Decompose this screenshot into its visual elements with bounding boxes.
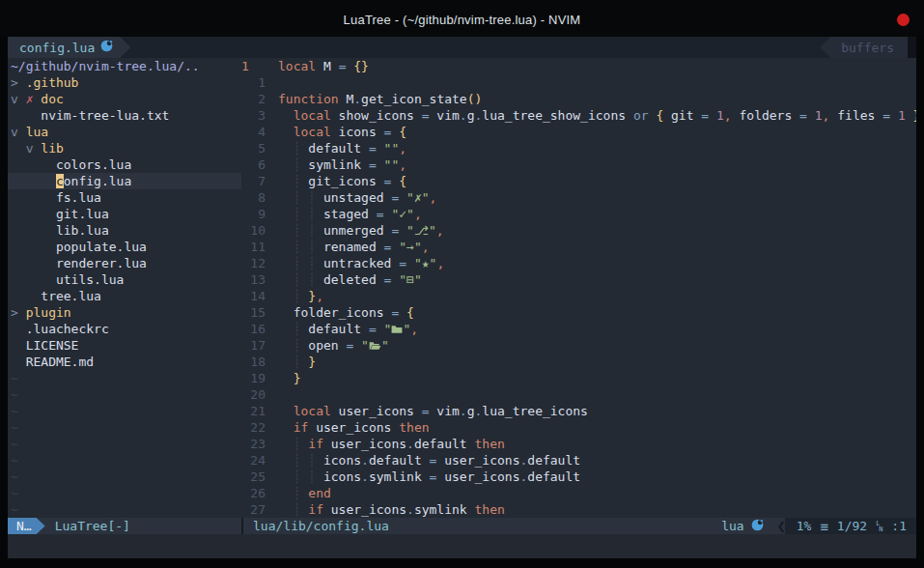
line-number: 17 [241,337,266,354]
tree-item-label: lua [26,125,48,139]
code-line[interactable]: 15 folder_icons = { [241,304,916,321]
command-line[interactable] [8,534,916,558]
code-line[interactable]: 18 ┊ } [241,354,916,370]
tree-item-utils-lua[interactable]: utils.lua [8,271,241,288]
code-line[interactable]: 1 [241,74,916,91]
buffers-tab[interactable]: buffers [820,37,908,58]
tree-item-plugin[interactable]: > plugin [8,304,241,321]
code-line[interactable]: 19 } [241,370,916,386]
tree-item-license[interactable]: LICENSE [8,337,241,354]
tree-item-github-nvim-tree-lua[interactable]: ~/github/nvim-tree.lua/.. [8,58,241,74]
window-titlebar: LuaTree - (~/github/nvim-tree.lua) - NVI… [0,0,924,37]
code-line[interactable]: 4 local icons = { [241,124,916,140]
code-line[interactable]: 8 ┊ ┊ unstaged = "✗", [241,189,916,206]
code-line[interactable]: 5 ┊ default = "", [241,140,916,156]
line-number: 9 [241,206,266,222]
empty-line-tilde: ~ [11,469,241,485]
code-line-text: ┊ default = "", [278,321,916,337]
tree-item-label: .github [26,75,79,90]
code-line[interactable]: 13 ┊ ┊ deleted = "⊟" [241,271,916,288]
line-number: 3 [241,107,266,124]
lua-moon-icon [751,519,764,534]
code-line[interactable]: 24 ┊ ┊ icons.default = user_icons.defaul… [241,452,916,469]
code-line[interactable]: 14 ┊ }, [241,288,916,304]
scroll-percent: 1% [797,519,812,533]
code-line[interactable]: 6 ┊ symlink = "", [241,156,916,173]
tree-item-nvim-tree-lua-txt[interactable]: nvim-tree-lua.txt [8,107,241,124]
line-number: 21 [241,403,266,419]
line-number: 5 [241,140,266,156]
line-number: 15 [241,304,266,321]
code-line[interactable]: 17 ┊ open = "" [241,337,916,354]
tree-item-fs-lua[interactable]: fs.lua [8,189,241,206]
buffers-label: buffers [841,41,894,55]
statusline-tree-segment: N… LuaTree[-] [8,518,241,534]
chevron-right-icon: > [11,75,18,90]
line-number: 10 [241,222,266,239]
code-line-text: ┊ end [278,485,916,501]
code-line-text: ┊ ┊ untracked = "★", [278,255,916,271]
code-line[interactable]: 26 ┊ end [241,485,916,501]
code-line[interactable]: 22 if user_icons then [241,419,916,436]
tree-item-label: renderer.lua [56,256,147,270]
tree-item-config-lua[interactable]: config.lua [8,173,241,189]
tree-item-lib-lua[interactable]: lib.lua [8,222,241,239]
lua-moon-icon [100,40,113,55]
tree-item-luacheckrc[interactable]: .luacheckrc [8,321,241,337]
code-line[interactable]: 25 ┊ ┊ icons.symlink = user_icons.defaul… [241,469,916,485]
line-number: 8 [241,189,266,206]
tree-item-github[interactable]: > .github [8,74,241,91]
tree-item-lib[interactable]: v lib [8,140,241,156]
code-line-text: ┊ ┊ unmerged = "⎇", [278,222,916,239]
tree-item-populate-lua[interactable]: populate.lua [8,239,241,255]
code-line[interactable]: 11 ┊ ┊ renamed = "→", [241,239,916,255]
file-tree: ~/github/nvim-tree.lua/..> .githubv ✗ do… [8,58,241,518]
tree-item-git-lua[interactable]: git.lua [8,206,241,222]
code-line[interactable]: 27 ┊ if user_icons.symlink then [241,501,916,518]
code-line-text: function M.get_icon_state() [278,91,916,107]
code-line[interactable]: 23 ┊ if user_icons.default then [241,436,916,452]
statusline-position-chip: 1% ≡ 1/92 LN :1 [785,518,916,534]
code-line[interactable]: 10 ┊ ┊ unmerged = "⎇", [241,222,916,239]
code-line[interactable]: 12 ┊ ┊ untracked = "★", [241,255,916,271]
code-line-text: local icons = { [278,124,916,140]
code-line[interactable]: 1local M = {} [241,58,916,74]
tree-item-label: git.lua [56,207,109,221]
empty-line-tilde: ~ [11,419,241,436]
tab-config-lua[interactable]: config.lua [8,37,130,58]
tree-item-label: lib.lua [56,223,109,238]
close-button[interactable] [897,14,910,26]
code-line[interactable]: 9 ┊ ┊ staged = "✓", [241,206,916,222]
tree-item-colors-lua[interactable]: colors.lua [8,156,241,173]
tree-item-renderer-lua[interactable]: renderer.lua [8,255,241,271]
code-editor[interactable]: 1local M = {}12function M.get_icon_state… [241,58,916,518]
code-line[interactable]: 7 ┊ git_icons = { [241,173,916,189]
tree-item-lua[interactable]: v lua [8,124,241,140]
tree-item-readme-md[interactable]: README.md [8,354,241,370]
code-line[interactable]: 16 ┊ default = "", [241,321,916,337]
tree-item-label: colors.lua [56,157,131,172]
tree-item-label: README.md [26,355,94,369]
main-split: ~/github/nvim-tree.lua/..> .githubv ✗ do… [8,58,916,518]
code-line[interactable]: 3 local show_icons = vim.g.lua_tree_show… [241,107,916,124]
line-number: 24 [241,452,266,469]
tree-item-label: ~/github/nvim-tree.lua/.. [11,59,200,73]
tree-item-tree-lua[interactable]: tree.lua [8,288,241,304]
line-number: 14 [241,288,266,304]
code-line-text: ┊ symlink = "", [278,156,916,173]
code-line[interactable]: 21 local user_icons = vim.g.lua_tree_ico… [241,403,916,419]
line-number: 27 [241,501,266,518]
line-number: 16 [241,321,266,337]
code-line[interactable]: 20 [241,386,916,403]
tree-item-label: doc [41,92,63,106]
line-number: 1 [241,58,266,74]
tabline: config.lua buffers [8,37,916,58]
code-line[interactable]: 2function M.get_icon_state() [241,91,916,107]
lines-icon: ≡ [820,519,827,534]
code-line-text: local user_icons = vim.g.lua_tree_icons [278,403,916,419]
tree-item-doc[interactable]: v ✗ doc [8,91,241,107]
statusline-file-segment: lua/lib/config.lua lua ❮ 1% ≡ 1/92 LN :1 [243,518,916,534]
code-line-text: folder_icons = { [278,304,916,321]
tabline-endcap [908,37,916,58]
code-line-text: ┊ ┊ icons.default = user_icons.default [278,452,916,469]
